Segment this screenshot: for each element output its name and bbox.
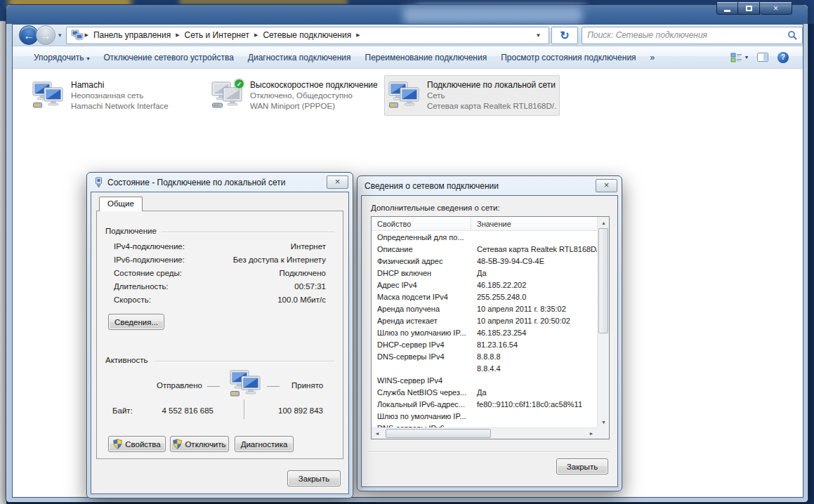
cell-value: 46.185.23.254 — [471, 329, 597, 337]
table-row[interactable]: Шлюз по умолчанию IP... — [372, 410, 597, 422]
breadcrumb-network-connections[interactable]: Сетевые подключения — [259, 29, 355, 41]
connection-status: Неопознанная сеть — [71, 91, 200, 101]
connection-item-highspeed[interactable]: ✓ Высокоскоростное подключение Отключено… — [207, 75, 384, 116]
horizontal-scroll-thumb[interactable] — [386, 429, 491, 438]
status-dialog: Состояние - Подключение по локальной сет… — [86, 172, 353, 498]
table-row[interactable]: DHCP включенДа — [372, 267, 597, 279]
tab-general[interactable]: Общие — [99, 197, 143, 211]
preview-pane-icon — [757, 53, 768, 62]
help-button[interactable]: ? — [777, 52, 789, 63]
details-button-label: Сведения... — [114, 318, 158, 326]
table-row[interactable]: WINS-сервер IPv4 — [372, 374, 597, 386]
table-row[interactable]: Маска подсети IPv4255.255.248.0 — [372, 291, 597, 303]
cell-property: Физический адрес — [372, 257, 471, 265]
status-dialog-titlebar[interactable]: Состояние - Подключение по локальной сет… — [87, 173, 353, 192]
scroll-right-icon[interactable]: ► — [586, 428, 597, 439]
vertical-scroll-thumb[interactable] — [598, 228, 608, 333]
forward-arrow-icon: → — [41, 29, 51, 41]
change-view-button[interactable]: ▾ — [730, 53, 748, 62]
cell-value: fe80::9110:c6f1:18c0:ac58%11 — [471, 400, 597, 409]
table-row[interactable]: DNS-серверы IPv48.8.8.8 — [372, 350, 597, 362]
toolbar-right-icons: ▾ ? — [730, 52, 789, 63]
horizontal-scrollbar[interactable]: ◄ ► — [372, 427, 597, 439]
breadcrumb-separator-icon: ▶ — [174, 32, 180, 38]
close-dialog-button[interactable]: Закрыть — [556, 458, 608, 475]
forward-button[interactable]: → — [36, 25, 55, 45]
organize-button[interactable]: Упорядочить▾ — [27, 49, 96, 66]
network-status-icon — [94, 177, 103, 187]
back-arrow-icon: ← — [24, 29, 34, 41]
table-row[interactable]: DHCP-сервер IPv481.23.16.54 — [372, 338, 597, 350]
row-value: Без доступа к Интернету — [233, 256, 326, 264]
details-dialog-titlebar[interactable]: Сведения о сетевом подключении — [357, 176, 622, 195]
toolbar-overflow-chevron[interactable]: » — [643, 49, 662, 66]
connection-item-hamachi[interactable]: Hamachi Неопознанная сеть Hamachi Networ… — [28, 75, 204, 116]
cell-property: WINS-сервер IPv4 — [372, 376, 471, 385]
search-input[interactable] — [587, 30, 787, 40]
cell-property: Определенный для по... — [372, 233, 471, 241]
minimize-button[interactable] — [716, 2, 738, 15]
maximize-button[interactable] — [738, 2, 760, 15]
column-header-property[interactable]: Свойство — [372, 217, 471, 230]
row-label: IPv4-подключение: — [114, 242, 185, 251]
table-row[interactable]: Аренда истекает10 апреля 2011 г. 20:50:0… — [372, 314, 597, 326]
details-button[interactable]: Сведения... — [108, 314, 164, 330]
scroll-left-icon[interactable]: ◄ — [372, 428, 383, 439]
table-row[interactable]: 8.8.4.4 — [372, 362, 597, 374]
table-row[interactable]: Адрес IPv446.185.22.202 — [372, 279, 597, 291]
dash-line — [207, 386, 220, 387]
status-dialog-close-button[interactable]: × — [327, 175, 348, 189]
close-icon: × — [773, 4, 778, 13]
cell-property: Описание — [372, 245, 471, 253]
views-icon — [730, 53, 742, 62]
table-row[interactable]: ОписаниеСетевая карта Realtek RTL8168D/8 — [372, 243, 597, 255]
details-caption: Дополнительные сведения о сети: — [371, 204, 500, 212]
properties-button[interactable]: Свойства — [108, 436, 166, 452]
disable-device-command[interactable]: Отключение сетевого устройства — [96, 49, 240, 66]
footer-divider — [369, 451, 610, 453]
search-icon[interactable] — [787, 30, 797, 40]
close-dialog-button[interactable]: Закрыть — [287, 470, 341, 486]
status-row: Состояние среды:Подключено — [114, 269, 326, 277]
cell-value: 10 апреля 2011 г. 8:35:02 — [471, 305, 597, 313]
breadcrumb-control-panel[interactable]: Панель управления — [90, 29, 174, 41]
vertical-scrollbar[interactable]: ▲ ▼ — [597, 217, 609, 427]
uac-shield-icon — [113, 439, 122, 449]
diagnose-button[interactable]: Диагностика — [235, 436, 294, 452]
preview-pane-button[interactable] — [757, 53, 768, 62]
cell-property: Аренда истекает — [372, 317, 471, 325]
cell-property: Локальный IPv6-адрес... — [372, 400, 471, 409]
column-header-value[interactable]: Значение — [471, 217, 597, 230]
general-tab-page: Подключение IPv4-подключение:Интернет IP… — [96, 211, 343, 459]
row-value: 00:57:31 — [294, 282, 326, 291]
address-dropdown-icon[interactable]: ▼ — [536, 32, 544, 39]
history-dropdown[interactable]: ▾ — [58, 32, 62, 39]
rename-command[interactable]: Переименование подключения — [358, 49, 494, 66]
scroll-down-icon[interactable]: ▼ — [598, 416, 610, 427]
table-row[interactable]: Определенный для по... — [372, 231, 597, 243]
refresh-button[interactable]: ↻ — [551, 27, 579, 44]
computers-icon — [388, 81, 424, 111]
disable-button[interactable]: Отключить — [170, 436, 229, 452]
dialog-title: Состояние - Подключение по локальной сет… — [107, 178, 286, 187]
table-row[interactable]: Служба NetBIOS через...Да — [372, 386, 597, 398]
table-rows: Определенный для по... ОписаниеСетевая к… — [372, 231, 597, 429]
connection-text: Подключение по локальной сети Сеть Сетев… — [427, 79, 556, 112]
details-dialog-close-button[interactable]: × — [596, 179, 617, 192]
view-status-command[interactable]: Просмотр состояния подключения — [494, 49, 643, 66]
dialog-title: Сведения о сетевом подключении — [365, 181, 499, 191]
close-button-label: Закрыть — [567, 463, 598, 471]
table-row[interactable]: Шлюз по умолчанию IP...46.185.23.254 — [372, 326, 597, 338]
table-row[interactable]: Физический адрес48-5B-39-94-C9-4E — [372, 255, 597, 267]
breadcrumb-network-internet[interactable]: Сеть и Интернет — [181, 29, 253, 41]
details-dialog-body: Дополнительные сведения о сети: Свойство… — [361, 195, 618, 487]
search-box — [582, 27, 803, 44]
diagnose-command[interactable]: Диагностика подключения — [241, 49, 358, 66]
explorer-titlebar[interactable] — [6, 5, 808, 24]
table-row[interactable]: Аренда получена10 апреля 2011 г. 8:35:02 — [372, 303, 597, 314]
table-row[interactable]: Локальный IPv6-адрес...fe80::9110:c6f1:1… — [372, 398, 597, 410]
close-button[interactable]: × — [760, 2, 792, 15]
connection-item-lan[interactable]: Подключение по локальной сети Сеть Сетев… — [384, 75, 560, 116]
address-bar[interactable]: ▶ Панель управления ▶ Сеть и Интернет ▶ … — [66, 27, 549, 44]
scroll-up-icon[interactable]: ▲ — [598, 217, 610, 228]
